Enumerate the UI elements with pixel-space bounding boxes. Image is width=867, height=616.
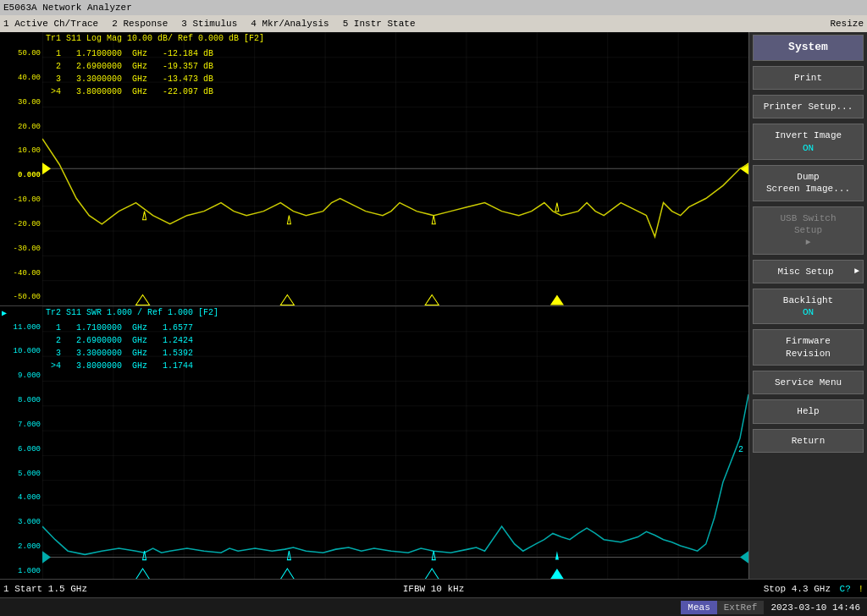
y-label-top3: 30.00 <box>0 98 42 107</box>
y-swr-1: 1.000 <box>0 567 42 575</box>
y-label-top4: 20.00 <box>0 123 42 131</box>
title-text: E5063A Network Analyzer <box>3 3 132 13</box>
y-label-top11: -50.00 <box>0 293 42 301</box>
menu-active-trace[interactable]: 1 Active Ch/Trace <box>3 19 98 29</box>
swr-marker-4: >4 3.8000000 GHz 1.1744 <box>46 360 193 372</box>
menu-mkr-analysis[interactable]: 4 Mkr/Analysis <box>251 19 329 29</box>
usb-arrow: ► <box>805 238 810 247</box>
status-ifbw: IFBW 10 kHz <box>290 584 577 594</box>
resize-button[interactable]: Resize <box>830 19 864 29</box>
swr-marker-2: 2 2.6900000 GHz 1.2424 <box>46 334 193 347</box>
y-label-top2: 40.00 <box>0 74 42 82</box>
y-swr-8: 8.000 <box>0 396 42 404</box>
y-label-top5: 10.00 <box>0 146 42 155</box>
y-label-top8: -20.00 <box>0 220 42 228</box>
backlight-button[interactable]: Backlight ON <box>753 289 864 325</box>
chart-bottom: 11.000 10.000 9.000 8.000 7.000 6.000 5.… <box>0 306 748 580</box>
right-panel: System Print Printer Setup... Invert Ima… <box>748 32 867 579</box>
main-area: 50.00 40.00 30.00 20.00 10.00 0.000 -10.… <box>0 32 867 579</box>
misc-setup-button[interactable]: Misc Setup ► <box>753 260 864 283</box>
invert-on-indicator: ON <box>757 142 859 154</box>
y-swr-6: 6.000 <box>0 445 42 454</box>
y-swr-10: 10.000 <box>0 347 42 355</box>
menu-bar: 1 Active Ch/Trace 2 Response 3 Stimulus … <box>0 15 867 32</box>
y-swr-3: 3.000 <box>0 518 42 526</box>
firmware-revision-button[interactable]: Firmware Revision <box>753 329 864 366</box>
menu-response[interactable]: 2 Response <box>112 19 168 29</box>
usb-switch-button[interactable]: USB Switch Setup ► <box>753 206 864 255</box>
status-start: 1 Start 1.5 GHz <box>3 584 290 594</box>
channel-indicator: C? <box>840 584 851 594</box>
datetime-display: 2023-03-10 14:46 <box>764 601 867 614</box>
y-swr-5: 5.000 <box>0 470 42 478</box>
svg-text:2: 2 <box>738 443 743 454</box>
screen-image-label: Screen Image... <box>757 183 859 195</box>
revision-label: Revision <box>757 348 859 360</box>
swr-marker-1: 1 1.7100000 GHz 1.6577 <box>46 322 193 334</box>
help-button[interactable]: Help <box>753 399 864 423</box>
service-menu-button[interactable]: Service Menu <box>753 371 864 394</box>
menu-instr-state[interactable]: 5 Instr State <box>343 19 416 29</box>
status-stop: Stop 4.3 GHz C? ! <box>577 584 864 594</box>
chart-top: 50.00 40.00 30.00 20.00 10.00 0.000 -10.… <box>0 32 748 306</box>
warn-indicator: ! <box>858 584 864 594</box>
y-swr-9: 9.000 <box>0 371 42 380</box>
y-swr-4: 4.000 <box>0 493 42 502</box>
y-label-top6: 0.000 <box>0 171 42 179</box>
bottom-bar: Meas ExtRef 2023-03-10 14:46 <box>0 597 867 616</box>
chart-bottom-markers: 1 1.7100000 GHz 1.6577 2 2.6900000 GHz 1… <box>46 322 193 372</box>
misc-setup-arrow: ► <box>854 266 859 277</box>
backlight-on-indicator: ON <box>757 306 859 318</box>
y-swr-11: 11.000 <box>0 323 42 332</box>
active-trace-mark: ▶ <box>2 308 7 318</box>
extref-indicator: ExtRef <box>717 601 765 614</box>
print-button[interactable]: Print <box>753 66 864 90</box>
invert-image-label: Invert Image <box>757 129 859 141</box>
y-label-top7: -10.00 <box>0 195 42 204</box>
printer-setup-button[interactable]: Printer Setup... <box>753 95 864 118</box>
misc-setup-label: Misc Setup <box>777 267 833 277</box>
meas-button[interactable]: Meas <box>681 601 716 614</box>
menu-stimulus[interactable]: 3 Stimulus <box>181 19 237 29</box>
setup-label: Setup <box>757 224 859 236</box>
swr-marker-3: 3 3.3000000 GHz 1.5392 <box>46 347 193 360</box>
y-swr-7: 7.000 <box>0 421 42 429</box>
marker-1: 1 1.7100000 GHz -12.184 dB <box>46 47 213 60</box>
dump-screen-button[interactable]: Dump Screen Image... <box>753 165 864 201</box>
marker-4: >4 3.8000000 GHz -22.097 dB <box>46 85 213 98</box>
system-button[interactable]: System <box>753 35 864 61</box>
y-swr-2: 2.000 <box>0 542 42 551</box>
marker-2: 2 2.6900000 GHz -19.357 dB <box>46 60 213 73</box>
invert-image-button[interactable]: Invert Image ON <box>753 124 864 160</box>
usb-switch-label: USB Switch <box>757 212 859 224</box>
backlight-label: Backlight <box>757 294 859 306</box>
chart-bottom-header: Tr2 S11 SWR 1.000 / Ref 1.000 [F2] <box>46 308 218 317</box>
marker-3: 3 3.3000000 GHz -13.473 dB <box>46 73 213 85</box>
y-label-top1: 50.00 <box>0 49 42 58</box>
y-label-top10: -40.00 <box>0 269 42 278</box>
status-bar: 1 Start 1.5 GHz IFBW 10 kHz Stop 4.3 GHz… <box>0 579 867 597</box>
chart-top-markers: 1 1.7100000 GHz -12.184 dB 2 2.6900000 G… <box>46 47 213 98</box>
y-label-top9: -30.00 <box>0 245 42 253</box>
title-bar: E5063A Network Analyzer <box>0 0 867 15</box>
chart-top-header: Tr1 S11 Log Mag 10.00 dB/ Ref 0.000 dB [… <box>46 34 264 43</box>
return-button[interactable]: Return <box>753 429 864 453</box>
chart-area: 50.00 40.00 30.00 20.00 10.00 0.000 -10.… <box>0 32 748 579</box>
dump-label: Dump <box>757 171 859 183</box>
firmware-label: Firmware <box>757 335 859 347</box>
